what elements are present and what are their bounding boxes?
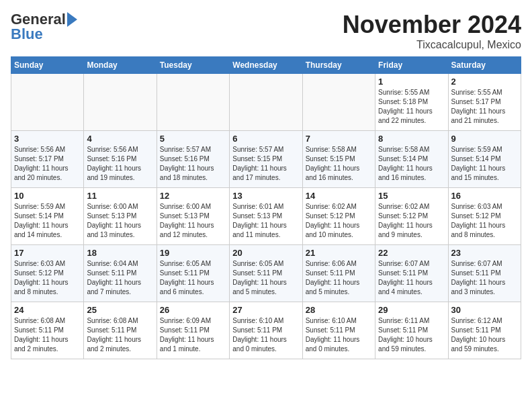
calendar-week-row: 1Sunrise: 5:55 AM Sunset: 5:18 PM Daylig… <box>11 74 521 131</box>
calendar-cell: 28Sunrise: 6:10 AM Sunset: 5:11 PM Dayli… <box>302 302 375 359</box>
calendar-cell: 13Sunrise: 6:01 AM Sunset: 5:13 PM Dayli… <box>230 188 302 245</box>
calendar-week-row: 3Sunrise: 5:56 AM Sunset: 5:17 PM Daylig… <box>11 131 521 188</box>
calendar-cell: 1Sunrise: 5:55 AM Sunset: 5:18 PM Daylig… <box>375 74 448 131</box>
day-info: Sunrise: 6:03 AM Sunset: 5:12 PM Dayligh… <box>451 202 518 240</box>
weekday-header: Tuesday <box>157 57 229 74</box>
day-info: Sunrise: 6:12 AM Sunset: 5:11 PM Dayligh… <box>451 316 518 354</box>
day-number: 23 <box>451 248 518 258</box>
day-info: Sunrise: 6:09 AM Sunset: 5:11 PM Dayligh… <box>160 316 226 354</box>
calendar-cell: 6Sunrise: 5:57 AM Sunset: 5:15 PM Daylig… <box>230 131 302 188</box>
calendar-cell: 21Sunrise: 6:06 AM Sunset: 5:11 PM Dayli… <box>302 245 375 302</box>
calendar-cell: 4Sunrise: 5:56 AM Sunset: 5:16 PM Daylig… <box>84 131 157 188</box>
calendar-cell: 23Sunrise: 6:07 AM Sunset: 5:11 PM Dayli… <box>448 245 521 302</box>
day-number: 2 <box>451 77 518 87</box>
day-number: 11 <box>87 191 153 201</box>
calendar-cell: 14Sunrise: 6:02 AM Sunset: 5:12 PM Dayli… <box>302 188 375 245</box>
calendar-cell: 22Sunrise: 6:07 AM Sunset: 5:11 PM Dayli… <box>375 245 448 302</box>
calendar-cell: 25Sunrise: 6:08 AM Sunset: 5:11 PM Dayli… <box>84 302 157 359</box>
calendar-cell: 26Sunrise: 6:09 AM Sunset: 5:11 PM Dayli… <box>157 302 229 359</box>
weekday-header: Friday <box>375 57 448 74</box>
calendar-cell: 3Sunrise: 5:56 AM Sunset: 5:17 PM Daylig… <box>11 131 84 188</box>
logo-blue: Blue <box>11 26 43 43</box>
calendar-week-row: 10Sunrise: 5:59 AM Sunset: 5:14 PM Dayli… <box>11 188 521 245</box>
day-number: 16 <box>451 191 518 201</box>
day-number: 22 <box>378 248 445 258</box>
weekday-header: Sunday <box>11 57 84 74</box>
day-info: Sunrise: 6:02 AM Sunset: 5:12 PM Dayligh… <box>306 202 372 240</box>
calendar-cell: 17Sunrise: 6:03 AM Sunset: 5:12 PM Dayli… <box>11 245 84 302</box>
page-header: General Blue November 2024 Tixcacalcupul… <box>11 11 521 51</box>
day-number: 18 <box>87 248 153 258</box>
day-info: Sunrise: 5:56 AM Sunset: 5:16 PM Dayligh… <box>87 145 153 183</box>
calendar-cell: 16Sunrise: 6:03 AM Sunset: 5:12 PM Dayli… <box>448 188 521 245</box>
day-info: Sunrise: 5:57 AM Sunset: 5:15 PM Dayligh… <box>232 145 299 183</box>
day-info: Sunrise: 6:05 AM Sunset: 5:11 PM Dayligh… <box>160 259 226 297</box>
weekday-header: Saturday <box>448 57 521 74</box>
day-number: 19 <box>160 248 226 258</box>
day-info: Sunrise: 6:07 AM Sunset: 5:11 PM Dayligh… <box>451 259 518 297</box>
day-info: Sunrise: 5:55 AM Sunset: 5:18 PM Dayligh… <box>378 88 445 126</box>
calendar-cell <box>84 74 157 131</box>
day-number: 10 <box>14 191 81 201</box>
day-number: 8 <box>378 134 445 144</box>
day-number: 9 <box>451 134 518 144</box>
calendar-cell: 11Sunrise: 6:00 AM Sunset: 5:13 PM Dayli… <box>84 188 157 245</box>
day-info: Sunrise: 5:58 AM Sunset: 5:14 PM Dayligh… <box>378 145 445 183</box>
day-number: 6 <box>232 134 299 144</box>
day-number: 4 <box>87 134 153 144</box>
day-number: 15 <box>378 191 445 201</box>
logo: General Blue <box>11 11 79 43</box>
calendar-cell: 2Sunrise: 5:55 AM Sunset: 5:17 PM Daylig… <box>448 74 521 131</box>
day-info: Sunrise: 6:04 AM Sunset: 5:11 PM Dayligh… <box>87 259 153 297</box>
day-number: 28 <box>306 305 372 315</box>
day-info: Sunrise: 6:00 AM Sunset: 5:13 PM Dayligh… <box>87 202 153 240</box>
weekday-header: Monday <box>84 57 157 74</box>
day-info: Sunrise: 6:00 AM Sunset: 5:13 PM Dayligh… <box>160 202 226 240</box>
day-number: 1 <box>378 77 445 87</box>
calendar-cell: 24Sunrise: 6:08 AM Sunset: 5:11 PM Dayli… <box>11 302 84 359</box>
calendar-cell <box>157 74 229 131</box>
calendar-cell: 9Sunrise: 5:59 AM Sunset: 5:14 PM Daylig… <box>448 131 521 188</box>
calendar-cell: 7Sunrise: 5:58 AM Sunset: 5:15 PM Daylig… <box>302 131 375 188</box>
day-info: Sunrise: 6:06 AM Sunset: 5:11 PM Dayligh… <box>306 259 372 297</box>
day-number: 7 <box>306 134 372 144</box>
calendar-week-row: 24Sunrise: 6:08 AM Sunset: 5:11 PM Dayli… <box>11 302 521 359</box>
calendar-week-row: 17Sunrise: 6:03 AM Sunset: 5:12 PM Dayli… <box>11 245 521 302</box>
day-info: Sunrise: 6:03 AM Sunset: 5:12 PM Dayligh… <box>14 259 81 297</box>
weekday-header-row: SundayMondayTuesdayWednesdayThursdayFrid… <box>11 57 521 74</box>
day-number: 14 <box>306 191 372 201</box>
calendar-cell: 15Sunrise: 6:02 AM Sunset: 5:12 PM Dayli… <box>375 188 448 245</box>
day-number: 5 <box>160 134 226 144</box>
day-info: Sunrise: 6:11 AM Sunset: 5:11 PM Dayligh… <box>378 316 445 354</box>
day-number: 25 <box>87 305 153 315</box>
day-number: 30 <box>451 305 518 315</box>
day-number: 13 <box>232 191 299 201</box>
day-info: Sunrise: 5:56 AM Sunset: 5:17 PM Dayligh… <box>14 145 81 183</box>
calendar-cell <box>11 74 84 131</box>
day-number: 26 <box>160 305 226 315</box>
day-info: Sunrise: 6:05 AM Sunset: 5:11 PM Dayligh… <box>232 259 299 297</box>
day-number: 21 <box>306 248 372 258</box>
day-info: Sunrise: 6:08 AM Sunset: 5:11 PM Dayligh… <box>87 316 153 354</box>
day-info: Sunrise: 6:07 AM Sunset: 5:11 PM Dayligh… <box>378 259 445 297</box>
calendar-cell: 27Sunrise: 6:10 AM Sunset: 5:11 PM Dayli… <box>230 302 302 359</box>
day-number: 12 <box>160 191 226 201</box>
logo-arrow-icon <box>67 12 77 27</box>
calendar-cell <box>230 74 302 131</box>
month-title: November 2024 <box>343 11 521 39</box>
day-number: 20 <box>232 248 299 258</box>
day-info: Sunrise: 6:08 AM Sunset: 5:11 PM Dayligh… <box>14 316 81 354</box>
calendar-cell: 30Sunrise: 6:12 AM Sunset: 5:11 PM Dayli… <box>448 302 521 359</box>
day-number: 17 <box>14 248 81 258</box>
calendar-cell: 8Sunrise: 5:58 AM Sunset: 5:14 PM Daylig… <box>375 131 448 188</box>
calendar-cell: 18Sunrise: 6:04 AM Sunset: 5:11 PM Dayli… <box>84 245 157 302</box>
weekday-header: Wednesday <box>230 57 302 74</box>
weekday-header: Thursday <box>302 57 375 74</box>
day-number: 24 <box>14 305 81 315</box>
calendar-cell: 5Sunrise: 5:57 AM Sunset: 5:16 PM Daylig… <box>157 131 229 188</box>
day-info: Sunrise: 6:10 AM Sunset: 5:11 PM Dayligh… <box>306 316 372 354</box>
day-number: 29 <box>378 305 445 315</box>
day-number: 3 <box>14 134 81 144</box>
day-info: Sunrise: 5:57 AM Sunset: 5:16 PM Dayligh… <box>160 145 226 183</box>
calendar-cell: 29Sunrise: 6:11 AM Sunset: 5:11 PM Dayli… <box>375 302 448 359</box>
